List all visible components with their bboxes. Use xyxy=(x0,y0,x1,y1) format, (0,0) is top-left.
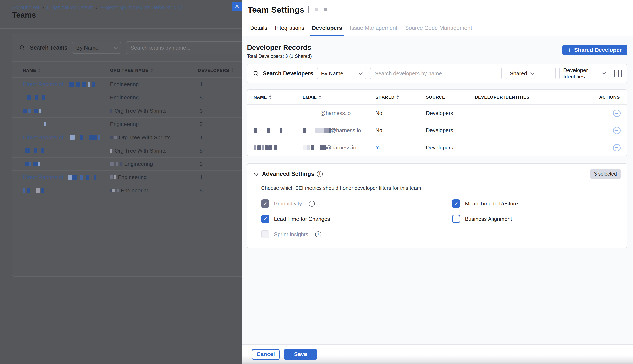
tab-developers[interactable]: Developers xyxy=(312,20,342,36)
developer-identities-value: Developer Identities xyxy=(563,67,599,80)
sort-icon[interactable] xyxy=(396,95,399,99)
sort-icon[interactable] xyxy=(269,95,272,99)
shared-filter-select[interactable]: Shared xyxy=(506,68,556,79)
redacted-block xyxy=(90,135,97,140)
org-tree-icon xyxy=(110,189,119,192)
checkbox-business-alignment[interactable] xyxy=(452,215,460,223)
redacted-block xyxy=(110,136,113,139)
checkbox-lead-time-for-changes[interactable]: ✓ xyxy=(261,215,270,223)
org-tree-cell: Engineering xyxy=(110,188,198,194)
developer-name-cell xyxy=(254,128,302,133)
team-name-cell xyxy=(23,162,110,166)
redacted-block xyxy=(25,162,29,166)
team-name-link[interactable]: Direct Reports of xyxy=(23,134,63,141)
redacted-block xyxy=(82,82,86,86)
checkbox-item: ✓Mean Time to Restore xyxy=(452,200,620,208)
redacted-block xyxy=(28,108,31,113)
checkbox-productivity[interactable]: ✓ xyxy=(261,200,270,208)
redacted-block xyxy=(315,8,318,12)
org-tree-cell: Org Tree With Sprints xyxy=(110,134,198,141)
drawer-footer: Cancel Save xyxy=(242,344,633,364)
developer-email-text: @harness.io xyxy=(320,110,350,116)
advanced-settings-header[interactable]: Advanced Settings i 3 selected xyxy=(254,169,620,179)
column-header[interactable]: NAME xyxy=(254,95,302,100)
cancel-button[interactable]: Cancel xyxy=(252,349,280,360)
tab-integrations[interactable]: Integrations xyxy=(275,20,304,36)
redacted-block xyxy=(311,146,314,150)
sort-icon[interactable] xyxy=(38,68,41,72)
sort-icon[interactable] xyxy=(319,95,321,99)
redacted-block xyxy=(38,162,40,166)
developer-search-label: Search Developers xyxy=(263,70,313,77)
org-tree-cell: Engineering xyxy=(110,94,198,101)
remove-developer-button[interactable] xyxy=(613,144,620,152)
remove-developer-button[interactable] xyxy=(613,127,620,134)
team-name-cell xyxy=(23,148,110,153)
column-header[interactable]: ORG TREE NAME xyxy=(110,68,198,73)
redacted-block xyxy=(274,146,277,150)
column-header[interactable]: NAME xyxy=(23,68,110,73)
team-name-cell: Direct Reports of xyxy=(23,174,110,180)
checkbox-mean-time-to-restore[interactable]: ✓ xyxy=(452,200,460,208)
developer-row[interactable]: @harness.ioNoDevelopers xyxy=(248,105,627,122)
developer-row[interactable]: @harness.ioYesDevelopers xyxy=(248,139,627,156)
redacted-block xyxy=(117,189,119,192)
save-button[interactable]: Save xyxy=(284,349,317,360)
redacted-block xyxy=(80,175,83,180)
developer-row[interactable]: @harness.ioNoDevelopers xyxy=(248,122,627,139)
info-icon: i xyxy=(315,232,321,238)
column-header: DEVELOPER IDENTITIES xyxy=(475,95,590,100)
redacted-block xyxy=(88,82,90,86)
team-name-cell xyxy=(23,95,110,100)
redacted-block xyxy=(70,135,74,140)
breadcrumb-link[interactable]: Account: sei xyxy=(12,4,39,10)
breadcrumb-link[interactable]: Organization: default xyxy=(47,4,92,10)
redacted-block xyxy=(110,109,112,113)
team-name-cell: Direct Reports of xyxy=(23,134,110,141)
remove-developer-button[interactable] xyxy=(613,110,620,117)
add-shared-developer-button[interactable]: + Shared Developer xyxy=(562,44,627,56)
developer-records-titles: Developer Records Total Developers: 3 (1… xyxy=(247,43,312,59)
column-header[interactable]: EMAIL xyxy=(302,95,376,100)
developer-search-input[interactable] xyxy=(370,68,502,79)
tab-source-code-management[interactable]: Source Code Management xyxy=(405,20,472,36)
sort-icon[interactable] xyxy=(150,68,153,72)
teams-filter-select[interactable]: By Name xyxy=(72,42,122,54)
search-icon xyxy=(253,70,259,76)
redacted-block xyxy=(29,162,31,166)
redacted-block xyxy=(280,128,282,133)
org-tree-icon xyxy=(110,109,112,113)
redacted-block xyxy=(302,146,307,150)
redacted-title-blocks xyxy=(308,8,327,12)
developer-records-title: Developer Records xyxy=(247,43,312,52)
redacted-block xyxy=(76,82,80,86)
tab-details[interactable]: Details xyxy=(250,20,267,36)
checkbox-column-1: ✓Productivityi✓Lead Time for ChangesSpri… xyxy=(261,200,452,238)
redacted-block xyxy=(28,95,30,100)
org-tree-icon xyxy=(110,162,122,166)
developer-email-text: @harness.io xyxy=(326,144,356,151)
tab-issue-management[interactable]: Issue Management xyxy=(350,20,398,36)
drawer-title: Team Settings xyxy=(248,5,304,14)
actions-cell xyxy=(590,110,627,117)
developers-table-header: NAMEEMAILSHAREDSOURCEDEVELOPER IDENTITIE… xyxy=(248,90,627,105)
redacted-block xyxy=(114,136,117,139)
developer-identities-select[interactable]: Developer Identities xyxy=(559,68,609,79)
team-name-cell: Direct Reports of xyxy=(23,81,110,88)
developer-filter-select[interactable]: By Name xyxy=(317,68,366,79)
redacted-block xyxy=(23,188,25,193)
column-header[interactable]: SHARED xyxy=(376,95,426,100)
close-icon[interactable]: ✕ xyxy=(232,2,242,11)
team-name-link[interactable]: Direct Reports of xyxy=(23,81,63,88)
team-name-link[interactable]: Direct Reports of xyxy=(23,174,63,180)
sort-icon[interactable] xyxy=(231,68,234,72)
source-cell: Developers xyxy=(426,127,475,134)
checkbox-sprint-insights[interactable] xyxy=(261,230,270,238)
breadcrumb-link[interactable]: Project: Sprint Insights Demo 26 Nov xyxy=(100,4,182,10)
redacted-block xyxy=(254,146,256,150)
manage-columns-icon[interactable] xyxy=(614,70,622,78)
redacted-block xyxy=(41,148,44,153)
plus-icon: + xyxy=(568,47,572,53)
org-tree-cell: Engineering xyxy=(110,81,198,88)
redacted-block xyxy=(38,108,41,113)
